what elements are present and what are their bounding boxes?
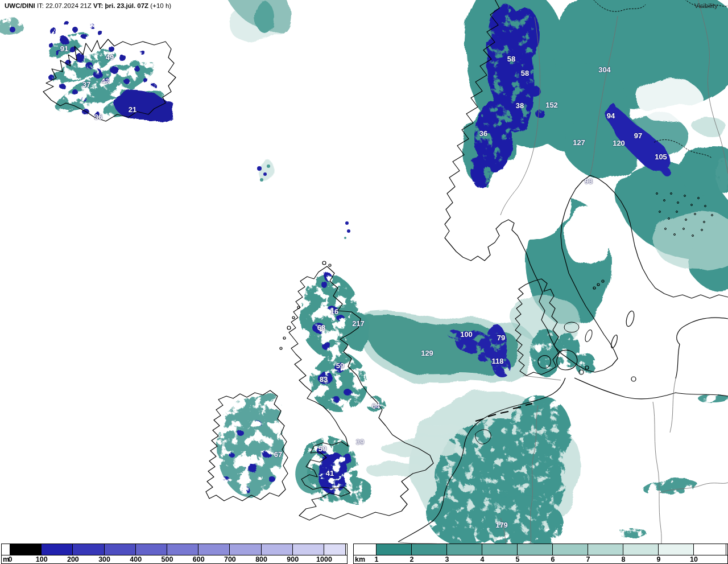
colorbar-tick: 2 <box>410 555 414 563</box>
colorbar-tick: 10 <box>690 555 698 563</box>
valid-time-value: þri. 23.júl. 07Z <box>105 2 148 9</box>
colorbar-cell <box>354 544 377 555</box>
init-time-label: IT: <box>37 2 44 9</box>
lead-time: (+10 h) <box>150 2 171 9</box>
valid-time-label: VT: <box>93 2 103 9</box>
weather-map-page: UWC/DINI IT: 22.07.2024 21Z VT: þri. 23.… <box>0 0 728 564</box>
colorbar-tick: 800 <box>255 555 267 563</box>
colorbar-tick: 4 <box>481 555 485 563</box>
model-name: UWC/DINI <box>5 2 35 9</box>
colorbar-tick: 0 <box>9 555 13 563</box>
colorbar-tick: 9 <box>657 555 661 563</box>
ireland-visibility-field <box>217 393 283 497</box>
colorbar-cell <box>694 544 726 555</box>
colorbar-cell <box>377 544 412 555</box>
colorbar-tick: 3 <box>445 555 449 563</box>
colorbar-cell <box>42 544 73 555</box>
colorbar-cell <box>324 544 346 555</box>
colorbar-kilometers-cells <box>354 544 727 555</box>
colorbar-cell <box>588 544 623 555</box>
colorbar-cell <box>412 544 447 555</box>
colorbar-tick: 1000 <box>316 555 332 563</box>
colorbar-tick: 100 <box>36 555 48 563</box>
estonia-coastline <box>676 318 728 378</box>
colorbar-cell <box>198 544 230 555</box>
visibility-map <box>0 0 728 564</box>
colorbar-cell <box>293 544 324 555</box>
baltic-states-border <box>670 378 676 433</box>
colorbar-cell <box>482 544 518 555</box>
colorbar-cell <box>659 544 694 555</box>
colorbar-cell <box>167 544 198 555</box>
gotland-outline <box>625 310 636 327</box>
colorbar-tick: 600 <box>193 555 205 563</box>
colorbar-tick: 900 <box>287 555 299 563</box>
colorbar-meters-cells <box>2 544 347 555</box>
colorbar-cell <box>10 544 42 555</box>
germany-denmark-border <box>523 376 561 380</box>
colorbar-tick: 8 <box>622 555 626 563</box>
colorbar-cell <box>262 544 293 555</box>
colorbar-cell <box>105 544 136 555</box>
colorbar-cell <box>73 544 104 555</box>
colorbar-tick: 5 <box>516 555 520 563</box>
colorbar-kilometers: km 12345678910 <box>353 544 728 564</box>
colorbar-tick: 300 <box>98 555 110 563</box>
colorbar-tick: 1 <box>375 555 379 563</box>
colorbar-tick: 700 <box>224 555 236 563</box>
colorbar-tick: 200 <box>67 555 79 563</box>
colorbar-tick: 500 <box>162 555 173 563</box>
colorbar-cell <box>136 544 167 555</box>
product-title: Visibility <box>694 2 718 9</box>
colorbar-cell <box>518 544 553 555</box>
colorbar-tick: 400 <box>130 555 142 563</box>
colorbar-kilometers-ticks: 12345678910 <box>354 555 727 563</box>
colorbar-cell <box>623 544 659 555</box>
init-time-value: 22.07.2024 21Z <box>46 2 92 9</box>
colorbar-cell <box>553 544 588 555</box>
colorbar-meters-ticks: 01002003004005006007008009001000 <box>2 555 347 563</box>
colorbar-meters: m 01002003004005006007008009001000 <box>1 544 348 564</box>
colorbar-cell <box>447 544 482 555</box>
colorbar-cell <box>2 544 10 555</box>
colorbar-cell <box>230 544 261 555</box>
colorbar-tick: 6 <box>551 555 555 563</box>
vattern-outline <box>584 329 594 343</box>
colorbar-tick: 7 <box>586 555 590 563</box>
model-run-header: UWC/DINI IT: 22.07.2024 21Z VT: þri. 23.… <box>5 2 171 9</box>
oland-outline <box>610 334 618 348</box>
iceland-visibility-field <box>44 20 174 122</box>
